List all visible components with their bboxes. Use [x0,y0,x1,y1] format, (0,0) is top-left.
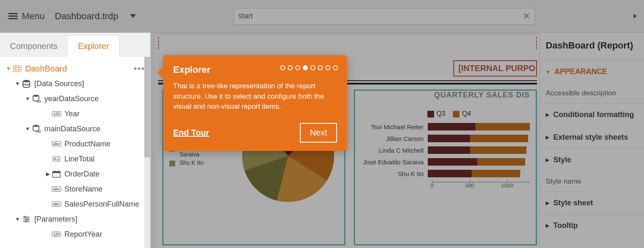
end-tour-button[interactable]: End Tour [173,128,209,138]
tree-node-label: OrderDate [64,170,100,179]
chevron-right-icon: ▶ [546,135,549,140]
expand-icon[interactable] [13,81,22,87]
tree-node-yearDS[interactable]: SQLyearDataSource [0,91,150,106]
prop-section-label: External style sheets [553,133,628,142]
tab-explorer[interactable]: Explorer [67,35,119,57]
chevron-down-icon[interactable] [634,14,636,18]
tree-node-label: yearDataSource [44,95,99,103]
tree-node-salesperson[interactable]: abcSalesPersonFullName [0,197,150,212]
step-dot[interactable] [325,65,330,70]
svg-point-5 [23,80,30,82]
expand-icon[interactable] [13,216,22,222]
database-icon [22,79,31,88]
bar-segment [428,123,475,130]
tree-node-parameters[interactable]: [Parameters] [0,212,150,227]
tree-node-productname[interactable]: abcProductName [0,136,150,151]
prop-section-header[interactable]: ▶Tooltip [540,215,644,237]
tree-node-label: LineTotal [64,155,95,164]
prop-section-header[interactable]: ▶Style [540,149,644,171]
prop-section-header[interactable]: ▶External style sheets [540,126,644,148]
bar-row: Shu K Ito [361,168,530,179]
legend-swatch [427,111,434,118]
axis-tick: 1000 [501,182,514,189]
tree-node-label: ReportYear [64,230,102,239]
tree-node-storename[interactable]: abcStoreName [0,182,150,197]
tree-node-label: SalesPersonFullName [64,200,139,209]
bar-row: Tsvi Michael Reiter [361,121,530,133]
tree-node-label: [Parameters] [34,215,77,224]
expand-icon[interactable] [23,96,32,102]
bar-segment [428,135,470,142]
expand-icon[interactable] [23,126,32,132]
bar-row: José Edvaldo Saraiva [361,156,530,168]
more-icon[interactable]: ••• [134,64,145,74]
step-dot[interactable] [288,65,293,70]
left-panel: Components Explorer DashBoard•••[Data So… [0,33,151,248]
legend-swatch [453,111,460,118]
prop-field[interactable]: Style name [540,171,644,192]
legend-label: Shu K Ito [179,159,204,166]
search-input[interactable]: start ✕ [234,8,535,25]
expand-icon[interactable] [43,171,52,177]
menu-button[interactable]: Menu [8,11,45,22]
tree-node-root[interactable]: DashBoard••• [0,61,150,76]
step-dot[interactable] [280,65,285,70]
step-dot[interactable] [295,65,300,70]
chevron-right-icon: ▶ [546,157,549,163]
tab-label: Components [10,41,57,51]
tree-node-mainDS[interactable]: SQLmainDataSource [0,121,150,136]
properties-title: DashBoard (Report) [540,33,644,60]
tab-components[interactable]: Components [0,36,67,57]
tree-node-label: mainDataSource [44,125,100,133]
tree-node-year[interactable]: 123Year [0,106,150,121]
tree-node-label: StoreName [64,185,102,194]
num-icon: 123 [52,230,61,239]
tree-node-label: ProductName [64,140,110,148]
file-dropdown[interactable]: Dashboard.trdp [55,11,136,22]
step-dot[interactable] [303,65,308,70]
tree-node-reportyear[interactable]: 123ReportYear [0,227,150,242]
sql-icon: SQL [32,94,41,103]
file-name: Dashboard.trdp [55,11,118,22]
date-icon [52,169,61,179]
clear-search-icon[interactable]: ✕ [523,11,530,22]
step-dot[interactable] [310,65,315,70]
prop-field[interactable]: Accessible description [540,83,644,103]
chevron-right-icon: ▶ [546,223,549,228]
chevron-down-icon: ▼ [546,69,550,74]
bar-category-label: Shu K Ito [361,170,428,177]
chevron-right-icon: ▶ [546,112,549,118]
bar-chart[interactable]: QUARTERLY SALES DIS Q3Q4 Tsvi Michael Re… [354,89,537,245]
tree-node-orderdate[interactable]: OrderDate [0,166,150,182]
prop-section-header[interactable]: ▶Style sheet [540,192,644,214]
chart-title: QUARTERLY SALES DIS [434,91,530,100]
legend-swatch [169,161,175,166]
bar-track [428,146,530,154]
step-dot[interactable] [318,65,323,70]
page-header-band[interactable] [158,37,537,49]
prop-section-header[interactable]: ▶Conditional formatting [540,104,644,126]
bar-segment [477,158,525,166]
prop-section-header[interactable]: ▼APPEARANCE [540,61,644,83]
step-dot[interactable] [333,65,338,70]
svg-text:SQL: SQL [36,130,41,133]
expand-icon[interactable] [4,66,13,72]
tree-node-datasources[interactable]: [Data Sources] [0,76,150,91]
prop-section-tooltip: ▶Tooltip [540,214,644,237]
tree-node-label: DashBoard [25,64,67,74]
next-button[interactable]: Next [300,123,337,143]
svg-point-17 [27,218,28,220]
internal-purpose-banner[interactable]: [INTERNAL PURPO [453,60,537,77]
dec-icon: 0.1 [52,154,61,164]
scrollbar-thumb[interactable] [144,57,150,157]
tree-node-linetotal[interactable]: 0.1LineTotal [0,151,150,166]
prop-section-label: Style sheet [553,199,593,207]
tour-body: That is a tree-like representation of th… [173,81,337,112]
svg-text:SQL: SQL [36,100,41,103]
scrollbar[interactable] [144,57,150,248]
bar-segment [428,170,472,177]
abc-icon: abc [52,184,61,194]
prop-section-extss: ▶External style sheets [540,126,644,148]
bar-segment [475,123,530,130]
bar-row: Jillian Carson [361,133,530,144]
